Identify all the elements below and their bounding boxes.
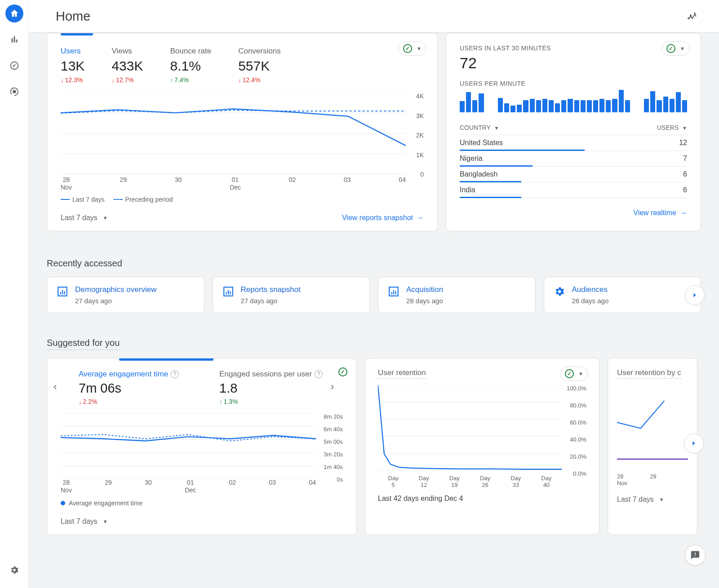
- chevron-down-icon: ▼: [417, 46, 422, 51]
- suggested-heading: Suggested for you: [47, 338, 120, 350]
- help-icon[interactable]: ?: [171, 370, 179, 378]
- recent-card-reports-snapshot[interactable]: Reports snapshot27 days ago: [213, 277, 370, 313]
- insights-icon: [687, 11, 698, 22]
- explore-icon: [9, 61, 19, 71]
- report-icon: [387, 285, 400, 298]
- sidebar-item-admin[interactable]: [5, 561, 23, 579]
- cohort-title: User retention by c: [617, 368, 681, 379]
- recent-card-demographics-overview[interactable]: Demographics overview27 days ago: [47, 277, 204, 313]
- insights-button[interactable]: [682, 5, 703, 27]
- overview-date-selector[interactable]: Last 7 days▼: [61, 214, 108, 222]
- check-icon: ✓: [666, 44, 675, 53]
- data-quality-dropdown[interactable]: ✓ ▼: [560, 367, 588, 381]
- realtime-card: ✓ ▼ USERS IN LAST 30 MINUTES 72 USERS PE…: [446, 33, 701, 231]
- svg-point-2: [694, 13, 696, 14]
- overview-chart: 4K3K2K1K0 28Nov293001Dec020304: [61, 93, 424, 191]
- svg-point-0: [688, 18, 689, 19]
- retention-chart: 100.0%80.0%60.0%40.0%20.0%0.0% Day5Day12…: [378, 385, 586, 488]
- overview-card: ✓ ▼ Users13K↓ 12.3%Views433K↓ 12.7%Bounc…: [47, 33, 438, 231]
- recent-card-acquisition[interactable]: Acquisition28 days ago: [378, 277, 536, 313]
- svg-point-1: [690, 14, 692, 16]
- view-reports-snapshot-link[interactable]: View reports snapshot →: [342, 214, 424, 222]
- topbar: Home: [29, 0, 719, 33]
- users-per-minute-label: USERS PER MINUTE: [460, 80, 687, 87]
- kpi-bounce-rate[interactable]: Bounce rate8.1%↑ 7.4%: [170, 47, 211, 84]
- home-icon: [9, 9, 19, 18]
- gear-icon: [9, 565, 19, 575]
- chevron-down-icon: ▼: [680, 46, 685, 51]
- page-title: Home: [56, 9, 90, 24]
- feedback-button[interactable]: [685, 545, 706, 566]
- country-row[interactable]: India6: [460, 182, 687, 198]
- check-icon: ✓: [403, 44, 412, 53]
- sidebar-item-home[interactable]: [5, 4, 23, 22]
- chevron-down-icon: ▼: [103, 519, 108, 524]
- chevron-down-icon: ▼: [659, 497, 664, 502]
- cohort-chart: [617, 385, 688, 470]
- recently-accessed-heading: Recently accessed: [47, 258, 701, 269]
- arrow-right-icon: →: [417, 214, 424, 222]
- chevron-right-icon: [689, 439, 698, 448]
- recent-card-audiences[interactable]: Audiences28 days ago: [544, 277, 701, 313]
- engagement-kpi[interactable]: Average engagement time ?7m 06s↓ 2.2%: [79, 370, 179, 405]
- data-quality-dropdown[interactable]: ✓ ▼: [661, 41, 690, 56]
- engagement-legend: Average engagement time: [61, 500, 343, 507]
- kpi-users[interactable]: Users13K↓ 12.3%: [61, 47, 84, 84]
- view-realtime-link[interactable]: View realtime →: [633, 209, 687, 217]
- engagement-next-metric[interactable]: ›: [331, 381, 334, 393]
- cohort-card: User retention by c 28Nov 29 Last 7 days…: [608, 358, 697, 535]
- realtime-users-value: 72: [460, 54, 687, 72]
- help-icon[interactable]: ?: [315, 370, 323, 378]
- country-column-header[interactable]: COUNTRY ▼: [460, 124, 499, 131]
- engagement-chart: 8m 20s6m 40s5m 00s3m 20s1m 40s0s 28Nov29…: [61, 413, 343, 494]
- country-row[interactable]: Bangladesh6: [460, 167, 687, 182]
- chevron-down-icon: ▼: [578, 371, 583, 376]
- suggested-scroll-right[interactable]: [684, 433, 704, 453]
- check-icon: ✓: [338, 367, 347, 376]
- check-icon: ✓: [565, 369, 574, 378]
- users-column-header[interactable]: USERS ▼: [657, 124, 687, 131]
- kpi-conversions[interactable]: Conversions557K↓ 12.4%: [238, 47, 281, 84]
- arrow-right-icon: →: [680, 209, 687, 217]
- feedback-icon: [690, 550, 700, 560]
- retention-card: ✓ ▼ User retention 100.0%80.: [365, 358, 599, 535]
- country-row[interactable]: Nigeria7: [460, 151, 687, 167]
- engagement-date-selector[interactable]: Last 7 days▼: [61, 517, 108, 526]
- chevron-down-icon: ▼: [103, 215, 108, 221]
- bar-chart-icon: [9, 35, 19, 44]
- realtime-users-label: USERS IN LAST 30 MINUTES: [460, 44, 687, 52]
- users-per-minute-chart: [460, 90, 687, 112]
- data-quality-dropdown[interactable]: ✓ ▼: [398, 41, 426, 56]
- active-tab-indicator: [61, 33, 93, 35]
- retention-date-range: Last 42 days ending Dec 4: [378, 495, 586, 503]
- target-icon: [9, 87, 19, 97]
- chart-legend: Last 7 days Preceding period: [61, 196, 424, 203]
- kpi-views[interactable]: Views433K↓ 12.7%: [111, 47, 143, 84]
- engagement-card: ‹ › ✓ Average engagement time ?7m 06s↓ 2…: [47, 358, 357, 535]
- sidebar-item-reports[interactable]: [5, 31, 23, 49]
- gear-icon: [553, 285, 566, 298]
- retention-title: User retention: [378, 368, 426, 379]
- engagement-kpi[interactable]: Engaged sessions per user ?1.8↑ 1.3%: [219, 370, 323, 405]
- sidebar: [0, 0, 29, 588]
- engagement-prev-metric[interactable]: ‹: [53, 381, 57, 393]
- report-icon: [56, 285, 69, 298]
- chevron-right-icon: [690, 291, 699, 300]
- report-icon: [222, 285, 235, 298]
- country-row[interactable]: United States12: [460, 135, 687, 151]
- sidebar-item-advertising[interactable]: [5, 83, 23, 101]
- cohort-date-selector[interactable]: Last 7 days▼: [617, 495, 688, 504]
- recent-scroll-right[interactable]: [685, 285, 705, 305]
- sidebar-item-explore[interactable]: [5, 57, 23, 75]
